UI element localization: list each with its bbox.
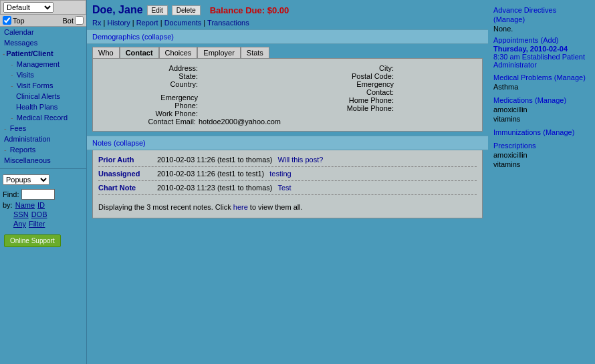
medication-0: amoxicillin xyxy=(493,105,590,114)
email-value: hotdoe2000@yahoo.com xyxy=(199,118,281,126)
find-by-any[interactable]: Any xyxy=(13,220,26,228)
prescription-0: amoxicillin xyxy=(493,150,590,160)
sidebar-item-visits[interactable]: - Visits xyxy=(0,69,86,80)
state-label: State: xyxy=(144,72,198,80)
fees-minus-icon: - xyxy=(4,124,7,132)
note-meta-2: 2010-02-03 11:23 (test1 to thomas) xyxy=(157,184,272,192)
find-filter[interactable]: Filter xyxy=(29,220,45,228)
sidebar-item-management[interactable]: - Management xyxy=(0,59,86,69)
tab-stats[interactable]: Stats xyxy=(241,47,269,58)
report-link[interactable]: Report xyxy=(136,19,158,27)
address-right: City: Postal Code: EmergencyContact: Hom… xyxy=(294,64,477,126)
medical-problems-title: Medical Problems (Manage) xyxy=(493,73,590,82)
note-type-1[interactable]: Unassigned xyxy=(98,170,152,178)
sidebar-item-reports[interactable]: - Reports xyxy=(0,144,86,155)
rx-link[interactable]: Rx xyxy=(92,19,101,27)
find-by-dob[interactable]: DOB xyxy=(31,210,47,218)
emergency-label: EmergencyContact: xyxy=(340,80,394,96)
tab-employer[interactable]: Employer xyxy=(197,47,240,58)
patient-section-header: - Patient/Client xyxy=(0,48,86,59)
transactions-link[interactable]: Transactions xyxy=(207,19,249,27)
country-label: Country: xyxy=(144,80,198,88)
history-link[interactable]: History xyxy=(107,19,130,27)
notes-collapse[interactable]: (collapse) xyxy=(114,139,146,147)
patient-name: Doe, Jane xyxy=(92,4,143,16)
find-by-ssn[interactable]: SSN xyxy=(13,210,29,218)
patient-minus-icon: - xyxy=(3,50,5,57)
default-select[interactable]: Default xyxy=(3,2,53,13)
sidebar-item-clinical-alerts[interactable]: Clinical Alerts xyxy=(0,91,86,102)
sidebar-item-health-plans[interactable]: Health Plans xyxy=(0,102,86,112)
sidebar-top-bar: Default xyxy=(0,0,86,15)
appt-time: 8:30 am Established Patient xyxy=(493,53,590,61)
reports-minus-icon: - xyxy=(4,146,7,154)
medical-problems-manage[interactable]: (Manage) xyxy=(554,73,586,81)
postal-row: Postal Code: xyxy=(294,72,477,80)
immunizations-manage[interactable]: (Manage) xyxy=(543,128,574,136)
demographics-collapse[interactable]: (collapse) xyxy=(142,33,174,41)
appt-who: Administrator xyxy=(493,61,590,69)
vf-minus-icon: - xyxy=(11,81,13,89)
mobile-label: Mobile Phone: xyxy=(340,104,394,112)
city-label: City: xyxy=(340,64,394,72)
advance-directives-title: Advance Directives (Manage) xyxy=(493,5,590,24)
sidebar-item-visit-forms[interactable]: - Visit Forms xyxy=(0,80,86,91)
bot-checkbox[interactable] xyxy=(75,16,84,25)
home-phone-row: Home Phone: xyxy=(294,96,477,104)
note-row-2: Chart Note 2010-02-03 11:23 (test1 to th… xyxy=(98,184,477,195)
patient-section-label: Patient/Client xyxy=(6,49,53,57)
find-label: Find: xyxy=(3,190,19,198)
top-checkbox[interactable] xyxy=(3,16,11,25)
medications-title: Medications (Manage) xyxy=(493,96,590,105)
notes-header: Notes (collapse) xyxy=(87,136,488,150)
advance-directives-manage[interactable]: (Manage) xyxy=(493,15,525,23)
note-text-2[interactable]: Test xyxy=(277,184,291,192)
online-support-button[interactable]: Online Support xyxy=(4,234,61,247)
note-meta-0: 2010-02-03 11:26 (test1 to thomas) xyxy=(157,156,272,164)
right-panel: Advance Directives (Manage) None. Appoin… xyxy=(488,0,595,364)
country-row: Country: xyxy=(98,80,281,88)
home-phone-label: Home Phone: xyxy=(340,96,394,104)
notes-here-link[interactable]: here xyxy=(233,203,248,211)
tab-who[interactable]: Who xyxy=(92,47,120,58)
appointments-title: Appointments (Add) xyxy=(493,35,590,45)
find-by-id[interactable]: ID xyxy=(37,201,45,209)
note-text-0[interactable]: Will this post? xyxy=(277,156,323,164)
appointments-add[interactable]: (Add) xyxy=(541,36,559,44)
demographics-title: Demographics xyxy=(92,33,140,41)
note-text-1[interactable]: testing xyxy=(269,170,291,178)
sidebar-item-messages[interactable]: Messages xyxy=(0,37,86,48)
notes-content: Prior Auth 2010-02-03 11:26 (test1 to th… xyxy=(92,150,483,218)
medications-manage[interactable]: (Manage) xyxy=(535,96,566,104)
state-row: State: xyxy=(98,72,281,80)
work-phone-row: Work Phone: xyxy=(98,110,281,118)
sidebar-item-medical-record[interactable]: - Medical Record xyxy=(0,112,86,123)
note-type-0[interactable]: Prior Auth xyxy=(98,156,152,164)
edit-button[interactable]: Edit xyxy=(147,5,168,15)
sidebar-item-admin[interactable]: Administration xyxy=(0,134,86,144)
sidebar-item-misc[interactable]: Miscellaneous xyxy=(0,155,86,166)
mr-minus-icon: - xyxy=(11,114,13,122)
sidebar-item-fees[interactable]: - Fees xyxy=(0,123,86,134)
top-label: Top xyxy=(13,17,25,25)
visits-minus-icon: - xyxy=(11,71,13,79)
find-by-name[interactable]: Name xyxy=(15,201,35,209)
emg-phone-label: EmergencyPhone: xyxy=(144,94,198,110)
tab-bar: Who Contact Choices Employer Stats xyxy=(87,44,488,58)
balance-due: Balance Due: $0.00 xyxy=(210,5,289,15)
tab-contact[interactable]: Contact xyxy=(120,47,159,58)
tab-choices[interactable]: Choices xyxy=(159,47,198,58)
delete-button[interactable]: Delete xyxy=(172,5,201,15)
popup-select[interactable]: Popups xyxy=(3,174,49,185)
note-type-2[interactable]: Chart Note xyxy=(98,184,152,192)
prescriptions-title: Prescriptions xyxy=(493,141,590,150)
sidebar-item-calendar[interactable]: Calendar xyxy=(0,27,86,37)
postal-label: Postal Code: xyxy=(340,72,394,80)
email-row: Contact Email: hotdoe2000@yahoo.com xyxy=(98,118,281,126)
mobile-row: Mobile Phone: xyxy=(294,104,477,112)
documents-link[interactable]: Documents xyxy=(164,19,202,27)
find-input[interactable] xyxy=(21,189,55,200)
popup-bar: Popups xyxy=(0,172,86,188)
email-label: Contact Email: xyxy=(142,118,196,126)
by-label: by: xyxy=(3,201,13,209)
